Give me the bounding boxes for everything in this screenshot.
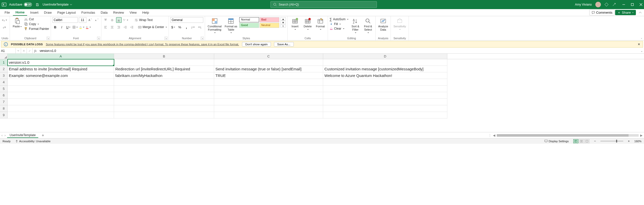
align-top-icon[interactable] <box>103 17 108 23</box>
cut-button[interactable]: Cut <box>24 17 49 21</box>
font-dialog-icon[interactable]: ↘ <box>97 37 100 40</box>
horizontal-scroll-left-icon[interactable]: ◀ <box>493 134 495 137</box>
clipboard-dialog-icon[interactable]: ↘ <box>47 37 50 40</box>
redo-button[interactable] <box>2 24 7 30</box>
analyze-data-button[interactable]: Analyze Data <box>377 17 389 32</box>
increase-decimal-icon[interactable]: .0.00 <box>190 24 196 30</box>
accounting-format-icon[interactable]: $ <box>170 24 176 30</box>
cell-B4[interactable] <box>114 79 214 86</box>
cell-D1[interactable] <box>323 59 447 66</box>
cell-C9[interactable] <box>214 112 323 118</box>
diamond-icon[interactable] <box>604 3 609 7</box>
row-header-8[interactable]: 8 <box>0 105 8 112</box>
cell-A9[interactable] <box>8 112 114 118</box>
borders-button[interactable] <box>72 24 78 30</box>
enter-formula-icon[interactable]: ✓ <box>27 48 33 53</box>
cell-A4[interactable] <box>8 79 114 86</box>
cell-D5[interactable] <box>323 86 447 92</box>
cell-B5[interactable] <box>114 86 214 92</box>
horizontal-scrollbar[interactable] <box>497 134 639 137</box>
column-header-C[interactable]: C <box>214 54 323 59</box>
cell-A6[interactable] <box>8 92 114 99</box>
close-warning-icon[interactable]: ✕ <box>638 43 640 46</box>
tab-review[interactable]: Review <box>111 10 127 15</box>
decrease-font-icon[interactable]: A <box>94 17 100 23</box>
cell-style-bad[interactable]: Bad <box>260 17 279 22</box>
font-name-select[interactable] <box>52 17 78 23</box>
save-icon[interactable] <box>34 2 40 7</box>
fx-icon[interactable]: fx <box>33 49 38 53</box>
tab-file[interactable]: File <box>2 10 12 15</box>
fill-button[interactable]: Fill <box>329 22 348 26</box>
document-name[interactable]: UserInviteTemplate <box>43 3 72 6</box>
number-format-select[interactable] <box>170 17 203 23</box>
cell-B9[interactable] <box>114 112 214 118</box>
cell-D2[interactable]: Customized invitation message [customize… <box>323 66 447 72</box>
cell-style-neutral[interactable]: Neutral <box>260 23 279 28</box>
minimize-icon[interactable] <box>622 3 625 6</box>
dont-show-again-button[interactable]: Don't show again <box>242 42 271 47</box>
italic-button[interactable]: I <box>59 24 65 30</box>
clear-button[interactable]: Clear <box>329 27 348 30</box>
row-header-3[interactable]: 3 <box>0 72 8 79</box>
select-all-corner[interactable] <box>0 54 8 59</box>
percent-format-icon[interactable]: % <box>177 24 182 30</box>
cell-D8[interactable] <box>323 105 447 112</box>
comma-format-icon[interactable]: , <box>183 24 189 30</box>
cell-C5[interactable] <box>214 86 323 92</box>
name-box-dropdown-icon[interactable] <box>16 48 21 53</box>
warning-message[interactable]: Some features might be lost if you save … <box>46 43 239 46</box>
autosave-toggle[interactable]: Off <box>24 3 32 7</box>
format-cells-button[interactable]: Format <box>315 17 326 31</box>
cell-A7[interactable] <box>8 99 114 105</box>
row-header-5[interactable]: 5 <box>0 86 8 92</box>
cell-D3[interactable]: Welcome to Azure Quantum Hackathon! <box>323 72 447 79</box>
cell-A3[interactable]: Example: someone@example.com <box>8 72 114 79</box>
cell-C2[interactable]: Send invitation message (true or false) … <box>214 66 323 72</box>
tab-formulas[interactable]: Formulas <box>79 10 98 15</box>
column-header-D[interactable]: D <box>323 54 447 59</box>
page-layout-view-icon[interactable] <box>579 139 584 143</box>
row-header-2[interactable]: 2 <box>0 66 8 72</box>
align-center-icon[interactable] <box>109 24 115 30</box>
collapse-ribbon-icon[interactable] <box>638 11 642 14</box>
search-box[interactable]: Search (Alt+Q) <box>270 1 377 8</box>
zoom-out-icon[interactable]: − <box>594 139 596 143</box>
cell-D4[interactable] <box>323 79 447 86</box>
cell-B1[interactable] <box>114 59 214 66</box>
sheet-nav-next-icon[interactable]: › <box>5 134 6 137</box>
orientation-icon[interactable] <box>123 17 128 23</box>
cell-A1[interactable]: version:v1.0 <box>8 59 114 66</box>
tab-view[interactable]: View <box>127 10 139 15</box>
save-as-button[interactable]: Save As... <box>274 42 294 47</box>
zoom-in-icon[interactable]: + <box>628 139 630 143</box>
cancel-formula-icon[interactable]: ✕ <box>21 48 27 53</box>
cell-D7[interactable] <box>323 99 447 105</box>
row-header-6[interactable]: 6 <box>0 92 8 99</box>
cell-B8[interactable] <box>114 105 214 112</box>
page-break-view-icon[interactable] <box>584 139 590 143</box>
ribbon-options-icon[interactable]: ⌄ <box>640 36 642 39</box>
font-size-select[interactable] <box>79 17 86 23</box>
font-color-button[interactable]: A <box>85 24 91 30</box>
expand-formula-bar-icon[interactable]: ⌄ <box>639 49 644 53</box>
cell-C6[interactable] <box>214 92 323 99</box>
tab-help[interactable]: Help <box>140 10 152 15</box>
underline-button[interactable]: U <box>66 24 71 30</box>
maximize-icon[interactable] <box>631 3 634 6</box>
sheet-nav-prev-icon[interactable]: ‹ <box>2 134 3 137</box>
insert-cells-button[interactable]: Insert <box>289 17 301 31</box>
delete-cells-button[interactable]: Delete <box>302 17 314 31</box>
cell-C3[interactable]: TRUE <box>214 72 323 79</box>
cell-C7[interactable] <box>214 99 323 105</box>
tab-insert[interactable]: Insert <box>28 10 41 15</box>
align-bottom-icon[interactable] <box>116 17 122 23</box>
find-select-button[interactable]: Find & Select <box>362 17 374 34</box>
accessibility-status[interactable]: Accessibility: Unavailable <box>15 140 51 143</box>
styles-scroll-down-icon[interactable]: ▾ <box>280 21 286 24</box>
paste-button[interactable]: Paste <box>11 17 23 29</box>
styles-scroll-up-icon[interactable]: ▴ <box>280 17 286 20</box>
name-box[interactable] <box>0 48 16 53</box>
cell-D6[interactable] <box>323 92 447 99</box>
alignment-dialog-icon[interactable]: ↘ <box>164 37 168 40</box>
